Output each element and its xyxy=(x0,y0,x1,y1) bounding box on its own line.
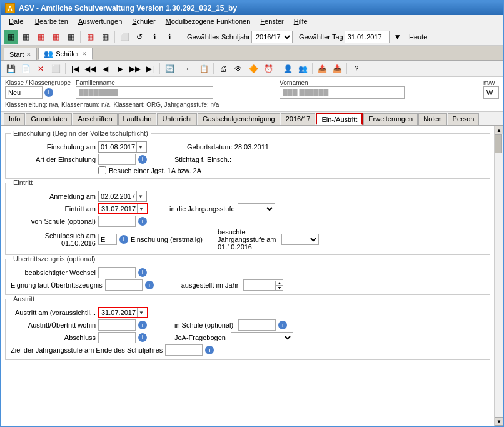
besuch-checkbox[interactable] xyxy=(98,166,106,174)
eintritt-date-arrow[interactable]: ▼ xyxy=(137,204,145,213)
tb2-arrow-left[interactable]: ← xyxy=(182,62,196,76)
wechsel-info-icon[interactable]: i xyxy=(138,268,147,277)
in-schule-input[interactable] xyxy=(238,319,276,331)
eintritt-date[interactable]: 31.07.2017 ▼ xyxy=(98,203,148,214)
tb-icon2[interactable]: ▦ xyxy=(19,30,33,44)
tab-person[interactable]: Person xyxy=(448,113,480,125)
tb2-person2[interactable]: 👥 xyxy=(296,62,310,76)
ausgestellt-down[interactable]: ▼ xyxy=(276,286,283,290)
tag-input[interactable] xyxy=(345,31,390,43)
tb2-btn-a[interactable]: 🔶 xyxy=(246,62,260,76)
tab-info[interactable]: Info xyxy=(4,113,25,125)
tab-noten[interactable]: Noten xyxy=(418,113,446,125)
abschluss-input[interactable] xyxy=(98,332,136,343)
tab-anschriften[interactable]: Anschriften xyxy=(73,113,117,125)
tb2-print[interactable]: 🖨 xyxy=(216,62,230,76)
tb2-prev[interactable]: ◀ xyxy=(98,62,112,76)
tb2-export[interactable]: 📤 xyxy=(315,62,329,76)
heute-btn[interactable]: Heute xyxy=(406,30,431,44)
tb2-btn4[interactable]: ⬜ xyxy=(49,62,63,76)
abschluss-info-icon[interactable]: i xyxy=(138,333,147,342)
von-schule-info-icon[interactable]: i xyxy=(138,217,147,226)
tb2-btn2[interactable]: 📄 xyxy=(19,62,33,76)
anmeldung-date[interactable]: 02.02.2017 ▼ xyxy=(98,191,147,202)
einschulung-date-arrow[interactable]: ▼ xyxy=(136,142,144,152)
scroll-down-btn[interactable]: ▼ xyxy=(495,417,503,426)
tb2-delete[interactable]: ✕ xyxy=(34,62,48,76)
besuchte-jg-select[interactable] xyxy=(281,234,319,245)
menu-fenster[interactable]: Fenster xyxy=(255,16,288,26)
tab-schueler-close[interactable]: ✕ xyxy=(82,51,87,57)
tab-grunddaten[interactable]: Grunddaten xyxy=(26,113,72,125)
art-input[interactable] xyxy=(98,154,136,165)
tb2-person1[interactable]: 👤 xyxy=(281,62,295,76)
tab-ein-austritt[interactable]: Ein-/Austritt xyxy=(316,113,363,125)
tab-gastschul[interactable]: Gastschulgenehmigung xyxy=(198,113,280,125)
ziel-input[interactable] xyxy=(165,344,203,356)
tb2-first[interactable]: |◀ xyxy=(68,62,82,76)
tab-erweiterungen[interactable]: Erweiterungen xyxy=(363,113,418,125)
tb2-next-next[interactable]: ▶▶ xyxy=(128,62,142,76)
tb-icon3[interactable]: ▦ xyxy=(34,30,48,44)
tb2-import[interactable]: 📥 xyxy=(330,62,344,76)
menu-hilfe[interactable]: Hilfe xyxy=(289,16,313,26)
tag-dropdown[interactable]: ▼ xyxy=(391,30,405,44)
menu-modulfunktionen[interactable]: Modulbezogene Funktionen xyxy=(161,16,256,26)
tab-laufbahn[interactable]: Laufbahn xyxy=(118,113,157,125)
tb2-copy[interactable]: 📋 xyxy=(197,62,211,76)
joa-select[interactable] xyxy=(231,332,293,343)
mw-input[interactable] xyxy=(483,86,499,99)
scroll-thumb[interactable] xyxy=(495,134,502,153)
von-schule-input[interactable] xyxy=(98,216,136,227)
ziel-info-icon[interactable]: i xyxy=(205,346,214,354)
tb2-prev-prev[interactable]: ◀◀ xyxy=(83,62,97,76)
ausgestellt-up[interactable]: ▲ xyxy=(276,281,283,286)
in-schule-info-icon[interactable]: i xyxy=(278,321,287,329)
scroll-up-btn[interactable]: ▲ xyxy=(495,126,503,134)
tb-icon8[interactable]: ⬜ xyxy=(118,30,131,44)
tb2-btn-b[interactable]: ⏰ xyxy=(261,62,275,76)
tb2-last[interactable]: ▶| xyxy=(143,62,157,76)
familienname-input[interactable] xyxy=(76,86,213,99)
tab-unterricht[interactable]: Unterricht xyxy=(157,113,197,125)
austritt-date-arrow[interactable]: ▼ xyxy=(137,308,145,317)
tb-info2[interactable]: ℹ xyxy=(163,30,176,44)
anmeldung-date-arrow[interactable]: ▼ xyxy=(136,191,144,201)
tb-icon1[interactable]: ▦ xyxy=(4,30,18,44)
einschulung-date[interactable]: 01.08.2017 ▼ xyxy=(98,141,147,153)
schuljahr-select[interactable]: 2016/17 xyxy=(251,31,293,43)
austritt-date[interactable]: 31.07.2017 ▼ xyxy=(98,307,148,318)
scrollbar[interactable]: ▲ ▼ xyxy=(494,126,503,426)
menu-datei[interactable]: Datei xyxy=(4,16,30,26)
art-info-icon[interactable]: i xyxy=(138,155,147,164)
tab-start[interactable]: Start ✕ xyxy=(4,48,37,60)
tb-icon5[interactable]: ▦ xyxy=(64,30,78,44)
schulbesuch-info-icon[interactable]: i xyxy=(119,235,128,244)
tb2-save[interactable]: 💾 xyxy=(4,62,18,76)
schulbesuch-code-input[interactable] xyxy=(98,234,117,245)
tab-schueler[interactable]: 👥 Schüler ✕ xyxy=(38,48,92,60)
tb2-help[interactable]: ? xyxy=(350,62,363,76)
tb2-eye[interactable]: 👁 xyxy=(231,62,245,76)
tb2-refresh[interactable]: 🔄 xyxy=(163,62,176,76)
eignung-info-icon[interactable]: i xyxy=(145,281,154,289)
vornamen-input[interactable] xyxy=(280,86,405,99)
tb-info1[interactable]: ℹ xyxy=(148,30,161,44)
wechsel-input[interactable] xyxy=(98,267,136,278)
ausgestellt-input[interactable] xyxy=(244,280,275,290)
tb2-next[interactable]: ▶ xyxy=(113,62,127,76)
tb-icon9[interactable]: ↺ xyxy=(133,30,146,44)
menu-bearbeiten[interactable]: Bearbeiten xyxy=(30,16,73,26)
menu-schueler[interactable]: Schüler xyxy=(127,16,160,26)
tab-start-close[interactable]: ✕ xyxy=(26,51,31,58)
menu-auswertungen[interactable]: Auswertungen xyxy=(73,16,127,26)
tb-icon4[interactable]: ▦ xyxy=(49,30,63,44)
wohin-info-icon[interactable]: i xyxy=(138,321,147,329)
eignung-input[interactable] xyxy=(105,279,143,291)
wohin-input[interactable] xyxy=(98,319,136,331)
jahrgangsstufe-select[interactable] xyxy=(238,203,275,214)
klasse-input[interactable] xyxy=(5,86,43,99)
tb-icon6[interactable]: ▦ xyxy=(83,30,97,44)
klasse-info-icon[interactable]: i xyxy=(44,88,53,97)
tb-icon7[interactable]: ▦ xyxy=(98,30,112,44)
